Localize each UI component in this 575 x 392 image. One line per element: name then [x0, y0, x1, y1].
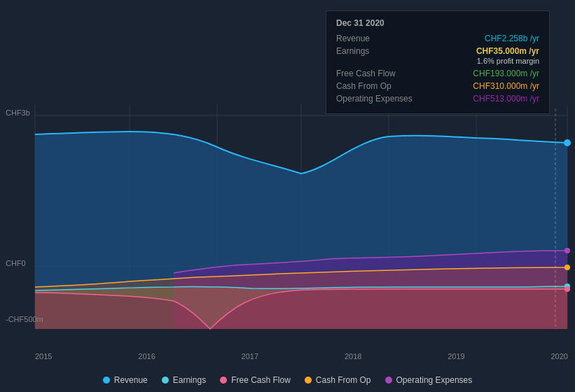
legend-label-opex: Operating Expenses [396, 375, 473, 385]
legend-item-earnings[interactable]: Earnings [162, 375, 206, 385]
legend-dot-cashop [305, 377, 312, 384]
legend-item-fcf[interactable]: Free Cash Flow [220, 375, 291, 385]
x-label-2015: 2015 [35, 352, 52, 360]
legend-dot-opex [385, 377, 392, 384]
tooltip-panel: Dec 31 2020 Revenue CHF2.258b /yr Earnin… [326, 10, 550, 114]
legend-label-revenue: Revenue [114, 375, 148, 385]
earnings-amount: CHF35.000m /yr [476, 46, 539, 56]
revenue-value: CHF2.258b /yr [485, 34, 539, 43]
y-label-3b: CHF3b [6, 108, 30, 117]
x-label-2019: 2019 [448, 352, 464, 360]
legend-label-fcf: Free Cash Flow [231, 375, 291, 385]
svg-point-15 [564, 286, 570, 292]
fcf-label: Free Cash Flow [336, 69, 413, 78]
cashop-label: Cash From Op [336, 81, 413, 91]
x-label-2020: 2020 [550, 352, 567, 360]
x-label-2016: 2016 [138, 352, 155, 360]
x-label-2018: 2018 [345, 352, 361, 360]
svg-point-12 [564, 248, 570, 253]
svg-point-11 [564, 139, 571, 146]
tooltip-row-revenue: Revenue CHF2.258b /yr [336, 34, 539, 43]
legend-dot-earnings [162, 377, 169, 384]
tooltip-title: Dec 31 2020 [336, 18, 539, 28]
opex-label: Operating Expenses [336, 94, 413, 104]
fcf-value: CHF193.000m /yr [473, 69, 539, 78]
tooltip-row-opex: Operating Expenses CHF513.000m /yr [336, 94, 539, 104]
svg-point-13 [564, 265, 570, 270]
earnings-label: Earnings [336, 46, 413, 56]
legend-label-cashop: Cash From Op [316, 375, 371, 385]
earnings-margin: 1.6% profit margin [477, 57, 539, 65]
legend-dot-revenue [103, 377, 110, 384]
legend-item-opex[interactable]: Operating Expenses [385, 375, 473, 385]
legend-item-cashop[interactable]: Cash From Op [305, 375, 371, 385]
opex-value: CHF513.000m /yr [473, 94, 539, 104]
x-axis-labels: 2015 2016 2017 2018 2019 2020 [35, 352, 568, 360]
legend-label-earnings: Earnings [173, 375, 206, 385]
tooltip-row-fcf: Free Cash Flow CHF193.000m /yr [336, 69, 539, 78]
legend-dot-fcf [220, 377, 227, 384]
cashop-value: CHF310.000m /yr [473, 81, 539, 91]
y-label-0: CHF0 [6, 259, 26, 267]
chart-legend: Revenue Earnings Free Cash Flow Cash Fro… [0, 375, 575, 385]
earnings-value: CHF35.000m /yr 1.6% profit margin [476, 46, 539, 66]
revenue-label: Revenue [336, 34, 413, 43]
y-label-neg500m: -CHF500m [6, 315, 43, 323]
tooltip-row-cashop: Cash From Op CHF310.000m /yr [336, 81, 539, 91]
x-label-2017: 2017 [242, 352, 258, 360]
tooltip-row-earnings: Earnings CHF35.000m /yr 1.6% profit marg… [336, 46, 539, 66]
legend-item-revenue[interactable]: Revenue [103, 375, 148, 385]
